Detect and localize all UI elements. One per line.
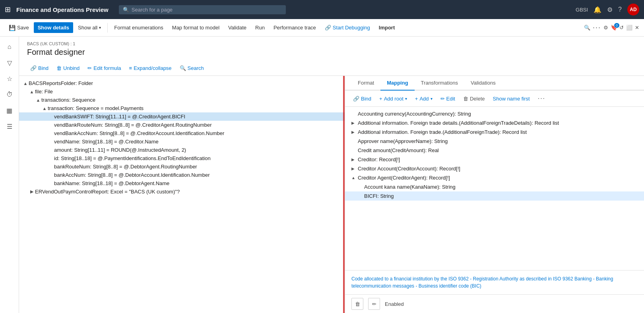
avatar[interactable]: AD — [627, 4, 639, 15]
tree-item-selected[interactable]: vendBankSWIFT: String[11..11] = @.Credit… — [19, 112, 345, 121]
map-format-to-model-button[interactable]: Map format to model — [168, 22, 223, 33]
save-button[interactable]: 💾 Save — [5, 22, 33, 33]
tree-item[interactable]: vendName: String[18..18] = @.Creditor.Na… — [19, 137, 345, 146]
tree-item[interactable]: id: String[18..18] = @.PaymentIdentifica… — [19, 154, 345, 162]
model-item[interactable]: ▶ Additional information. Foreign trade.… — [345, 128, 644, 137]
show-details-button[interactable]: Show details — [34, 22, 73, 33]
help-icon[interactable]: ? — [618, 6, 622, 13]
validate-button[interactable]: Validate — [224, 22, 250, 33]
tree-item[interactable]: vendBankRouteNum: String[8..8] = @.Credi… — [19, 121, 345, 129]
delete-button[interactable]: 🗑 Delete — [460, 94, 488, 104]
tree-item[interactable]: bankName: String[18..18] = @.DebtorAgent… — [19, 179, 345, 187]
performance-trace-button[interactable]: Performance trace — [270, 22, 320, 33]
global-search: 🔍 — [119, 5, 286, 14]
grid-icon[interactable]: ⊞ — [5, 5, 11, 14]
notifications-icon[interactable]: 🔔 — [594, 6, 601, 14]
toolbar-close-icon[interactable]: ✕ — [635, 25, 639, 31]
tree-arrow: ▲ — [41, 106, 48, 111]
model-item[interactable]: ▲ Creditor Agent(CreditorAgent): Record[… — [345, 173, 644, 182]
tab-validations[interactable]: Validations — [464, 76, 502, 91]
tree-item[interactable]: ▲ transactions: Sequence — [19, 96, 345, 104]
run-button[interactable]: Run — [251, 22, 269, 33]
show-all-button[interactable]: Show all ▾ — [74, 22, 105, 33]
tab-transformations[interactable]: Transformations — [415, 76, 464, 91]
sidebar-clock-icon[interactable]: ⏱ — [2, 87, 17, 102]
sub-toolbar: 🔗 Bind 🗑 Unbind ✏ Edit formula ≡ Expand/… — [19, 61, 644, 76]
format-enumerations-button[interactable]: Format enumerations — [110, 22, 167, 33]
search-icon: 🔍 — [123, 7, 129, 13]
tree-arrow — [48, 123, 54, 128]
sidebar-list-icon[interactable]: ☰ — [2, 119, 17, 133]
search-icon: 🔍 — [180, 65, 186, 71]
add-dropdown-arrow: ▾ — [431, 97, 433, 101]
tree-item[interactable]: ▶ ERVendOutPaymControlReport: Excel = "B… — [19, 187, 345, 196]
model-item[interactable]: ▶ Additional information. Foreign trade … — [345, 118, 644, 128]
right-toolbar: 🔗 Bind + Add root ▾ + Add ▾ ✏ — [345, 91, 644, 107]
divider-handle[interactable] — [343, 76, 345, 313]
tree-item[interactable]: bankRouteNum: String[8..8] = @.DebtorAge… — [19, 162, 345, 171]
model-item[interactable]: ▶ Creditor Account(CreditorAccount): Rec… — [345, 164, 644, 173]
tree-arrow: ▲ — [29, 89, 35, 94]
toolbar-refresh-icon[interactable]: ↺ — [619, 25, 624, 31]
toolbar-search-icon[interactable]: 🔍 — [584, 25, 590, 31]
model-arrow: ▶ — [351, 157, 358, 162]
show-name-first-button[interactable]: Show name first — [490, 94, 533, 104]
page-title: Format designer — [27, 48, 636, 61]
edit-status-button[interactable]: ✏ — [368, 298, 380, 310]
main-layout: ⌂ ▽ ☆ ⏱ ▦ ☰ BACS (UK CUSTOM) : 1 Format … — [0, 37, 644, 313]
region-label: GBSI — [576, 7, 588, 13]
model-item[interactable]: ▶ Creditor: Record[!] — [345, 155, 644, 164]
tab-mapping[interactable]: Mapping — [380, 76, 414, 91]
model-item-selected[interactable]: BICFI: String — [345, 191, 644, 201]
tree-arrow — [48, 156, 54, 161]
model-item[interactable]: Credit amount(CreditAmount): Real — [345, 146, 644, 155]
sidebar-table-icon[interactable]: ▦ — [2, 103, 17, 118]
start-debugging-button[interactable]: 🔗 Start Debugging — [321, 22, 374, 33]
toolbar-more-icon[interactable]: ··· — [593, 23, 601, 32]
model-arrow: ▲ — [351, 176, 358, 180]
sidebar-star-icon[interactable]: ☆ — [2, 71, 17, 86]
main-toolbar: 💾 Save Show details Show all ▾ Format en… — [0, 19, 644, 37]
model-arrow — [358, 194, 364, 198]
model-tree: Accounting currency(AccountingCurrency):… — [345, 107, 644, 270]
tree-item[interactable]: ▲ file: File — [19, 87, 345, 96]
expand-collapse-icon: ≡ — [129, 65, 132, 71]
model-item[interactable]: Approver name(ApproverName): String — [345, 137, 644, 146]
delete-icon: 🗑 — [463, 96, 468, 102]
tree-item[interactable]: vendBankAccNum: String[8..8] = @.Credito… — [19, 129, 345, 137]
tree-item[interactable]: ▲ transaction: Sequence = model.Payments — [19, 104, 345, 112]
edit-button[interactable]: ✏ Edit — [437, 94, 458, 104]
expand-collapse-button[interactable]: ≡ Expand/collapse — [126, 63, 175, 73]
model-arrow: ▶ — [351, 166, 358, 171]
right-bind-button[interactable]: 🔗 Bind — [350, 94, 374, 104]
topbar-right: GBSI 🔔 ⚙ ? AD — [576, 4, 639, 15]
tree-item[interactable]: bankAccNum: String[8..8] = @.DebtorAccou… — [19, 171, 345, 179]
search-button[interactable]: 🔍 Search — [177, 63, 207, 73]
sidebar-home-icon[interactable]: ⌂ — [2, 40, 17, 54]
unbind-button[interactable]: 🗑 Unbind — [53, 63, 83, 73]
tab-format[interactable]: Format — [351, 76, 380, 91]
toolbar-bookmark-icon[interactable]: 🔖 0 — [611, 25, 617, 31]
tree-item[interactable]: ▲ BACSReportsFolder: Folder — [19, 79, 345, 87]
model-item[interactable]: Account kana name(KanaName): String — [345, 182, 644, 191]
tree-arrow — [48, 173, 54, 178]
page-header: BACS (UK CUSTOM) : 1 Format designer — [19, 37, 644, 61]
bind-button[interactable]: 🔗 Bind — [27, 63, 52, 73]
import-button[interactable]: Import — [375, 22, 399, 33]
right-more-button[interactable]: ··· — [535, 93, 549, 104]
edit-formula-button[interactable]: ✏ Edit formula — [84, 63, 124, 73]
add-root-button[interactable]: + Add root ▾ — [376, 94, 410, 104]
toolbar-expand-icon[interactable]: ⬜ — [626, 25, 632, 31]
tree-item[interactable]: amount: String[11..11] = ROUND(@.Instruc… — [19, 146, 345, 154]
toolbar-settings-icon[interactable]: ⚙ — [603, 25, 608, 31]
delete-status-button[interactable]: 🗑 — [351, 298, 363, 310]
model-item[interactable]: Accounting currency(AccountingCurrency):… — [345, 109, 644, 118]
add-button[interactable]: + Add ▾ — [412, 94, 436, 104]
search-input[interactable] — [132, 7, 282, 13]
sidebar-filter-icon[interactable]: ▽ — [2, 56, 17, 70]
model-arrow — [351, 112, 358, 116]
settings-icon[interactable]: ⚙ — [607, 6, 613, 14]
model-arrow: ▶ — [351, 121, 358, 125]
add-root-dropdown-arrow: ▾ — [405, 97, 407, 101]
description-area: Code allocated to a financial institutio… — [345, 270, 644, 294]
